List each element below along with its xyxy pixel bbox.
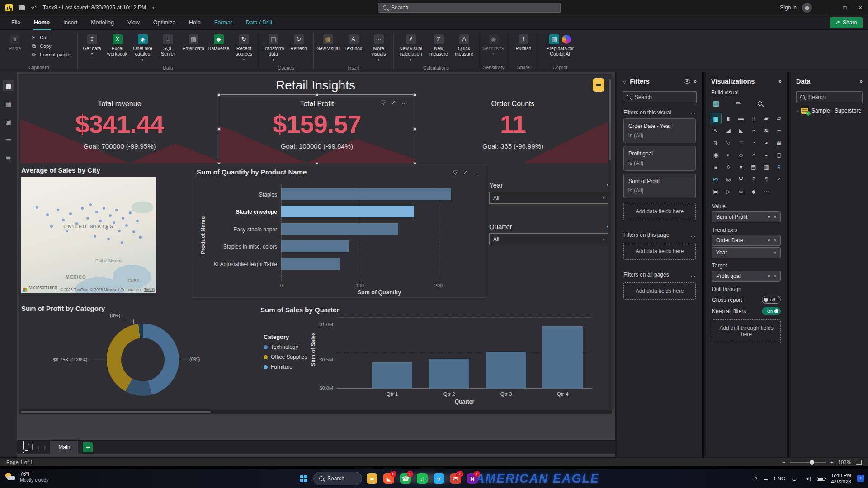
zoom-level[interactable]: 103% xyxy=(838,460,851,465)
dataset-item[interactable]: › ✓ Sample - Superstore xyxy=(796,108,863,114)
bing-map[interactable]: UNITED STATES MEXICO Gulf of Mexico CUBA… xyxy=(21,177,156,293)
waterfall-chart-icon[interactable]: ⇅ xyxy=(710,137,721,148)
get-data-button[interactable]: ↧Get data▾ xyxy=(80,32,104,58)
tab-data-drill[interactable]: Data / Drill xyxy=(239,15,278,30)
tab-home[interactable]: Home xyxy=(27,15,57,30)
shape-map-icon[interactable]: ◇ xyxy=(736,150,746,160)
add-drill-through-fields-dropzone[interactable]: Add drill-through fields here xyxy=(712,319,781,343)
metrics-icon[interactable]: ✓ xyxy=(774,174,784,185)
zoom-out-icon[interactable]: − xyxy=(782,460,785,465)
table-icon[interactable]: ▤ xyxy=(748,162,759,173)
whatsapp-icon[interactable]: ☎1 xyxy=(399,472,412,485)
more-visuals-icon[interactable]: ⋯ xyxy=(761,186,772,197)
onenote-icon[interactable]: N1 xyxy=(466,472,479,485)
collapse-pane-icon[interactable]: » xyxy=(778,78,782,84)
keep-all-filters-toggle[interactable]: On xyxy=(762,307,781,315)
new-measure-button[interactable]: ΣNew measure xyxy=(427,32,451,59)
kpi-icon[interactable]: ◊ xyxy=(723,162,734,173)
next-page-icon[interactable]: › xyxy=(44,444,46,451)
remove-field-icon[interactable]: × xyxy=(774,238,777,243)
matrix-icon[interactable]: ▥ xyxy=(761,162,772,173)
publish-button[interactable]: ↥Publish xyxy=(511,32,536,53)
focus-mode-icon[interactable]: ↗ xyxy=(391,99,396,106)
column-qtr1[interactable] xyxy=(372,362,412,389)
eye-icon[interactable] xyxy=(684,79,690,84)
line-and-clustered-column-chart-icon[interactable]: ≋ xyxy=(761,125,772,136)
python-visual-icon[interactable]: Py xyxy=(710,174,721,185)
excel-workbook-button[interactable]: XExcel workbook xyxy=(105,32,130,59)
column-qtr2[interactable] xyxy=(429,359,469,389)
dataverse-button[interactable]: ◆Dataverse xyxy=(207,32,231,53)
table-view-icon[interactable]: ▦ xyxy=(3,98,14,109)
filled-map-icon[interactable]: ◐ xyxy=(723,150,734,160)
maximize-button[interactable]: □ xyxy=(837,0,853,15)
card-icon[interactable]: ▢ xyxy=(774,150,784,160)
bar-ki-adjustable-table[interactable] xyxy=(281,258,340,270)
funnel-chart-icon[interactable]: ▽ xyxy=(723,137,734,148)
show-hidden-icons[interactable]: ^ xyxy=(755,476,757,481)
battery-icon[interactable] xyxy=(817,477,825,481)
report-view-icon[interactable]: ▤ xyxy=(3,80,14,91)
collapse-pane-icon[interactable]: » xyxy=(859,78,863,84)
new-visual-button[interactable]: ▥New visual xyxy=(316,32,340,53)
bar-easy-staple-paper[interactable] xyxy=(281,223,398,235)
kpi-order-counts[interactable]: Order Counts 11 Goal: 365 (-96.99%) xyxy=(415,95,611,163)
more-visuals-button[interactable]: ⋯More visuals▾ xyxy=(367,32,391,64)
data-search-input[interactable]: Search xyxy=(796,91,863,103)
power-automate-icon[interactable]: ∞ xyxy=(736,186,746,197)
close-button[interactable]: × xyxy=(853,0,868,15)
minimize-button[interactable]: – xyxy=(822,0,837,15)
copy-button[interactable]: ⧉Copy xyxy=(29,42,74,50)
line-and-stacked-column-chart-icon[interactable]: ≈ xyxy=(748,125,759,136)
clock[interactable]: 5:40 PM4/9/2026 xyxy=(831,472,851,485)
100-stacked-column-chart-icon[interactable]: ▱ xyxy=(774,113,784,124)
r-script-visual-icon[interactable]: R xyxy=(774,162,784,173)
filter-icon[interactable]: ▽ xyxy=(453,169,458,176)
chevron-down-icon[interactable]: ▾ xyxy=(768,273,770,279)
quantity-bar-chart-visual[interactable]: Sum of Quantity by Product Name ▽ ↗ … Pr… xyxy=(192,164,486,297)
notification-badge[interactable]: 1 xyxy=(857,475,864,482)
format-painter-button[interactable]: ✏Format painter xyxy=(29,51,74,58)
onedrive-icon[interactable]: ☁ xyxy=(763,475,769,482)
file-explorer-icon[interactable]: ▰ xyxy=(365,472,379,485)
page-tab-main[interactable]: Main xyxy=(50,441,78,454)
account-avatar[interactable]: ☻ xyxy=(802,3,812,13)
more-options-icon[interactable]: … xyxy=(473,169,479,176)
collapse-pane-icon[interactable]: » xyxy=(693,78,697,84)
previous-page-icon[interactable]: ‹ xyxy=(37,444,39,451)
sign-in-button[interactable]: Sign in xyxy=(780,5,797,11)
save-icon[interactable] xyxy=(19,5,25,10)
value-field-pill[interactable]: Sum of Profit▾× xyxy=(712,211,781,222)
category-label[interactable]: Staples in misc. colors xyxy=(206,244,277,250)
category-label[interactable]: Staples xyxy=(206,192,277,198)
map-visual[interactable]: Average of Sales by City UNITED STATES M… xyxy=(21,166,166,297)
multi-row-card-icon[interactable]: ≡ xyxy=(710,162,721,173)
tab-file[interactable]: File xyxy=(5,15,27,30)
remove-field-icon[interactable]: × xyxy=(774,214,777,220)
paste-button[interactable]: ▣ Paste xyxy=(3,32,27,53)
area-chart-icon[interactable]: ◢ xyxy=(723,125,734,136)
taskbar-search[interactable]: Search xyxy=(313,472,362,485)
weather-widget[interactable]: 76°FMostly cloudy xyxy=(5,471,49,483)
tab-modeling[interactable]: Modeling xyxy=(84,15,121,30)
arcgis-map-icon[interactable]: ◆ xyxy=(748,186,759,197)
zoom-in-icon[interactable]: + xyxy=(830,460,834,465)
remove-field-icon[interactable]: × xyxy=(774,250,777,255)
language-indicator[interactable]: ENG xyxy=(774,476,785,481)
report-page[interactable]: Retail Insights Total revenue $341.44 Go… xyxy=(19,75,612,409)
dax-query-view-icon[interactable]: ≔ xyxy=(3,134,14,145)
mobile-layout-icon[interactable] xyxy=(28,444,33,450)
canvas-horizontal-scrollbar[interactable] xyxy=(19,410,612,414)
brave-browser-icon[interactable]: ◣9 xyxy=(382,472,396,485)
transform-data-button[interactable]: ▤Transform data▾ xyxy=(261,32,286,64)
fit-to-page-icon[interactable] xyxy=(856,460,862,465)
key-influencers-icon[interactable]: ◎ xyxy=(723,174,734,185)
filter-card-order-date-year[interactable]: Order Date - Year is (All) xyxy=(623,118,696,143)
sales-column-chart-visual[interactable]: Sum of Sales by Quarter Sum of Sales $1.… xyxy=(258,303,611,408)
kpi-total-revenue[interactable]: Total revenue $341.44 Goal: 700000 (-99.… xyxy=(20,95,219,163)
format-visual-icon[interactable]: ✏ xyxy=(736,99,741,108)
enter-data-button[interactable]: ▦Enter data xyxy=(181,32,206,53)
add-data-fields-dropzone[interactable]: Add data fields here xyxy=(623,203,696,220)
tab-help[interactable]: Help xyxy=(182,15,208,30)
start-button[interactable] xyxy=(297,472,310,485)
